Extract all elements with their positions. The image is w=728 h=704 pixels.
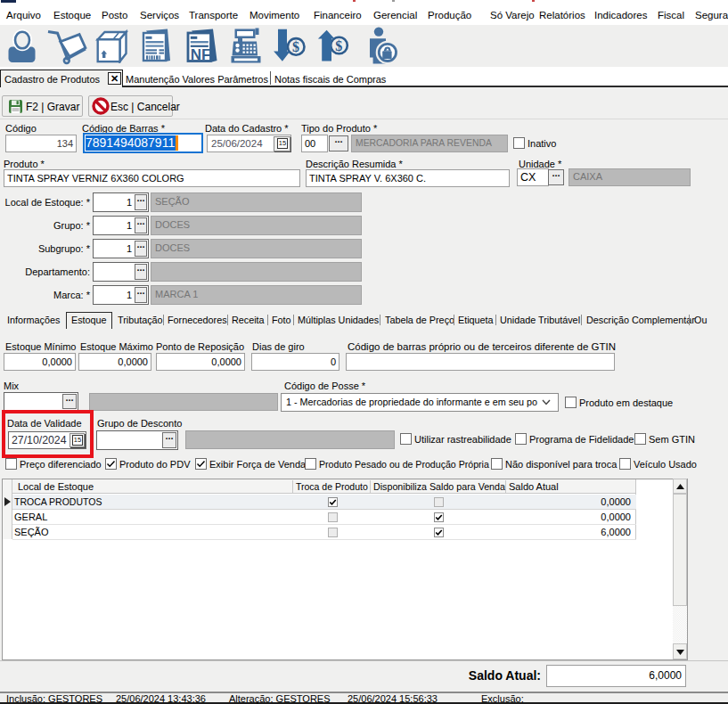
svg-text:NF: NF [191, 46, 211, 63]
svg-text:$: $ [335, 38, 342, 53]
svg-text:$: $ [292, 39, 299, 54]
